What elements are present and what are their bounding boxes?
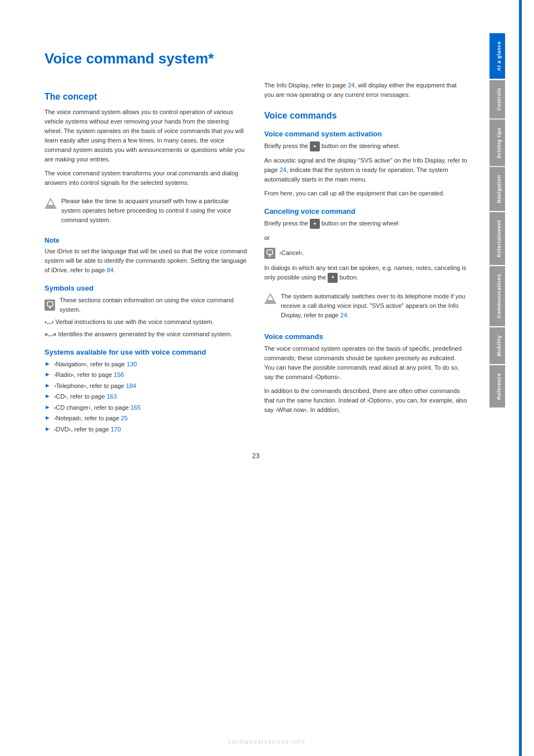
list-item-text: ›Radio‹, refer to page 156 <box>54 370 124 380</box>
cd-page-link[interactable]: 163 <box>107 393 117 400</box>
voice-cmds-para1: The voice command system operates on the… <box>264 344 467 382</box>
cancel-note: In dialogs in which any text can be spok… <box>264 263 467 283</box>
concept-heading: The concept <box>44 92 248 102</box>
list-item-text: ›CD‹, refer to page 163 <box>54 392 117 401</box>
activation-para2: An acoustic signal and the display "SVS … <box>264 156 467 184</box>
page-title: Voice command system* <box>44 50 467 67</box>
symbol-2-text: ›...‹ Verbal instructions to use with th… <box>44 317 214 327</box>
sidebar-tab-navigation[interactable]: Navigation <box>490 167 505 211</box>
activation-para2-page[interactable]: 24 <box>280 166 286 173</box>
svg-rect-3 <box>267 250 273 254</box>
cancel-para: Briefly press the ● button on the steeri… <box>264 219 467 229</box>
sidebar-tab-communications[interactable]: Communications <box>490 266 505 326</box>
symbol-row-3: »...« Identifies the answers generated b… <box>44 330 248 339</box>
sidebar-tabs-container: At a glance Controls Driving tips Naviga… <box>490 0 505 408</box>
note-text: Use iDrive to set the language that will… <box>44 247 248 275</box>
voice-icon <box>44 300 55 311</box>
list-item-text: ›DVD‹, refer to page 170 <box>54 425 121 434</box>
steering-button-icon-3: ● <box>328 273 338 283</box>
cancel-heading: Canceling voice command <box>264 207 467 215</box>
sidebar-tab-controls[interactable]: Controls <box>490 80 505 119</box>
list-arrow: ► <box>44 382 51 389</box>
list-item: ► ›Notepad‹, refer to page 25 <box>44 414 248 423</box>
systems-heading: Systems available for use with voice com… <box>44 348 248 356</box>
list-item: ► ›CD‹, refer to page 163 <box>44 392 248 401</box>
list-item: ► ›Navigation‹, refer to page 130 <box>44 360 248 369</box>
sidebar-tab-reference[interactable]: Reference <box>490 365 505 408</box>
tel-page-link[interactable]: 184 <box>126 382 136 389</box>
left-column: The concept The voice command system all… <box>44 81 248 435</box>
activation-para3: From here, you can call up all the equip… <box>264 189 467 198</box>
steering-button-icon: ● <box>310 141 320 151</box>
note-page-link[interactable]: 84 <box>107 267 113 273</box>
concept-note-text: Please take the time to acquaint yoursel… <box>61 197 248 225</box>
voice-cmds-para2: In addition to the commands described, t… <box>264 386 467 415</box>
voice-cmds-heading-2: Voice commands <box>264 332 467 341</box>
sidebar-tab-driving[interactable]: Driving tips <box>490 120 505 166</box>
notepad-page-link[interactable]: 25 <box>121 415 127 421</box>
cancel-or: or <box>264 233 467 243</box>
nav-page-link[interactable]: 130 <box>127 361 137 367</box>
concept-para1: The voice command system allows you to c… <box>44 107 248 164</box>
cancel-command: ›Cancel‹. <box>264 248 467 259</box>
list-item: ► ›Radio‹, refer to page 156 <box>44 370 248 380</box>
page-number: 23 <box>44 452 467 460</box>
sidebar: At a glance Controls Driving tips Naviga… <box>490 0 505 756</box>
list-arrow: ► <box>44 392 51 399</box>
activation-heading: Voice command system activation <box>264 130 467 138</box>
watermark: carmanualsonline.info <box>228 739 305 745</box>
symbol-1-text: These sections contain information on us… <box>60 296 248 315</box>
symbol-3-text: »...« Identifies the answers generated b… <box>44 330 233 339</box>
info-display-text: The Info Display, refer to page 24, will… <box>264 81 467 100</box>
svg-rect-0 <box>47 302 53 306</box>
systems-list: ► ›Navigation‹, refer to page 130 ► ›Rad… <box>44 360 248 434</box>
list-arrow: ► <box>44 404 51 410</box>
page-edge-bar <box>519 0 522 756</box>
right-column: The Info Display, refer to page 24, will… <box>264 81 467 435</box>
symbol-row-1: These sections contain information on us… <box>44 296 248 315</box>
list-item-text: ›Navigation‹, refer to page 130 <box>54 360 137 369</box>
radio-page-link[interactable]: 156 <box>114 371 124 378</box>
cancel-info-text: The system automatically switches over t… <box>281 292 467 320</box>
cdchanger-page-link[interactable]: 165 <box>130 404 140 411</box>
voice-cmd-icon-cancel <box>264 248 275 259</box>
list-arrow: ► <box>44 360 51 367</box>
steering-button-icon-2: ● <box>310 219 320 229</box>
symbols-heading: Symbols used <box>44 284 248 292</box>
concept-para2: The voice command system transforms your… <box>44 169 248 188</box>
dvd-page-link[interactable]: 170 <box>111 426 121 433</box>
list-item: ► ›Telephone‹, refer to page 184 <box>44 381 248 391</box>
list-item: ► ›CD changer‹, refer to page 165 <box>44 403 248 413</box>
list-arrow: ► <box>44 414 51 421</box>
info-display-page[interactable]: 24 <box>348 82 354 89</box>
voice-commands-heading: Voice commands <box>264 111 467 121</box>
concept-note-box: Please take the time to acquaint yoursel… <box>44 193 248 228</box>
cancel-info-box: The system automatically switches over t… <box>264 288 467 323</box>
list-item: ► ›DVD‹, refer to page 170 <box>44 425 248 434</box>
activation-para1: Briefly press the ● button on the steeri… <box>264 141 467 151</box>
list-arrow: ► <box>44 371 51 377</box>
sidebar-tab-at-glance[interactable]: At a glance <box>490 33 505 79</box>
cancel-info-page[interactable]: 24 <box>340 312 347 318</box>
note-label: Note <box>44 237 248 244</box>
list-item-text: ›Notepad‹, refer to page 25 <box>54 414 128 423</box>
symbol-row-2: ›...‹ Verbal instructions to use with th… <box>44 317 248 327</box>
list-item-text: ›Telephone‹, refer to page 184 <box>54 381 136 391</box>
list-item-text: ›CD changer‹, refer to page 165 <box>54 403 141 413</box>
sidebar-tab-entertainment[interactable]: Entertainment <box>490 212 505 265</box>
list-arrow: ► <box>44 425 51 432</box>
sidebar-tab-mobility[interactable]: Mobility <box>490 327 505 364</box>
